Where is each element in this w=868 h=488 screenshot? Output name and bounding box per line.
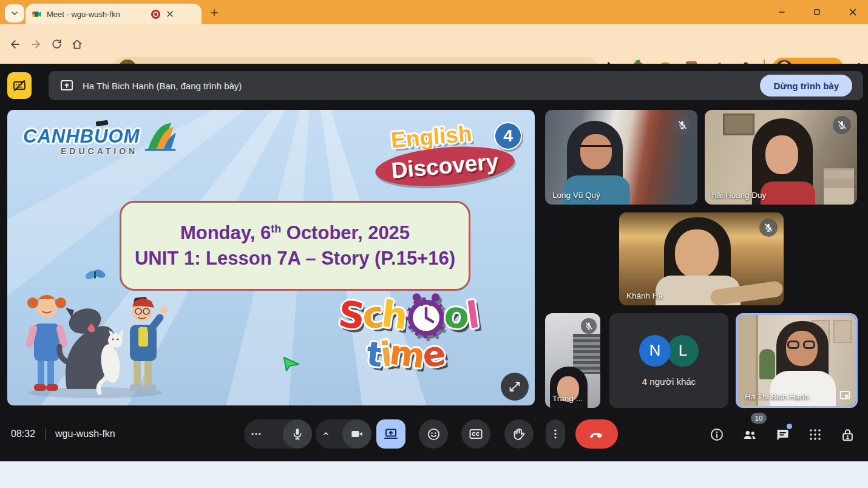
meeting-code: wgu-wush-fkn [55, 429, 115, 439]
expand-presentation-button[interactable] [501, 373, 529, 401]
raise-hand-button[interactable] [504, 419, 534, 449]
english-discovery-logo: English Discovery 4 [371, 121, 526, 197]
brand-subtitle: EDUCATION [61, 146, 140, 156]
sail-icon [143, 122, 177, 154]
participant-tile-trang[interactable]: Trang ... [545, 313, 600, 408]
camera-options-button[interactable] [316, 419, 336, 449]
participant-tile-khanh-ha[interactable]: Khánh Hà [619, 212, 784, 305]
browser-tab-meet[interactable]: Meet - wgu-wush-fkn [25, 4, 202, 24]
new-tab-button[interactable] [209, 7, 220, 18]
meet-favicon-icon [32, 9, 42, 19]
glasses [787, 341, 799, 349]
browser-tab-strip: Meet - wgu-wush-fkn [0, 0, 868, 24]
reload-button[interactable] [46, 34, 67, 55]
activities-icon[interactable] [807, 427, 823, 442]
participant-tile-long-vu-quy[interactable]: Long Vũ Quý [545, 110, 697, 205]
avatar-initial-n: N [639, 335, 671, 367]
camera-control-group [316, 419, 371, 449]
divider [45, 429, 46, 439]
present-screen-button[interactable] [376, 419, 405, 449]
participant-tile-self-ha-thi-bich-hanh[interactable]: Ha Thi Bich Hanh [736, 313, 858, 408]
more-options-button[interactable] [546, 419, 565, 449]
tab-title: Meet - wgu-wush-fkn [47, 10, 149, 19]
meeting-info-left: 08:32 wgu-wush-fkn [11, 429, 115, 439]
picture-in-picture-icon[interactable] [839, 389, 851, 401]
participant-name: Trang ... [552, 394, 583, 403]
participant-name: hải Hoàng Duy [712, 191, 766, 200]
participant-tile-hai-hoang-duy[interactable]: hải Hoàng Duy [705, 110, 857, 205]
chat-notification-dot [787, 424, 792, 429]
presenting-icon [59, 78, 74, 93]
back-button[interactable] [5, 34, 25, 55]
participant-name: Khánh Hà [626, 291, 663, 300]
reactions-button[interactable] [419, 419, 448, 449]
presentation-tile[interactable]: CANHBUOM EDUCATION English Discovery 4 [7, 110, 535, 405]
windows-taskbar: 4 Những ngày mư... 26°C C [0, 461, 868, 488]
series-level-badge: 4 [494, 122, 522, 150]
lesson-unit-line: UNIT 1: Lesson 7A – Story (P.15+16) [135, 248, 455, 269]
tab-recording-indicator-icon [151, 10, 160, 19]
picture-frame [833, 320, 852, 343]
mic-muted-icon [759, 219, 778, 237]
end-call-button[interactable] [575, 419, 618, 449]
mic-muted-icon [581, 318, 597, 334]
home-button[interactable] [67, 34, 87, 55]
meet-stage: Ha Thi Bich Hanh (Bạn, đang trình bày) D… [0, 64, 868, 461]
host-controls-lock-icon[interactable] [839, 427, 855, 442]
window-close-button[interactable] [847, 7, 858, 18]
presenting-text: Ha Thi Bich Hanh (Bạn, đang trình bày) [83, 81, 242, 91]
mic-muted-icon [673, 116, 691, 134]
presenter-cursor-icon [282, 354, 301, 373]
participant-name: Long Vũ Quý [552, 191, 600, 200]
stop-presenting-button[interactable]: Dừng trình bày [760, 75, 852, 97]
participants-icon[interactable] [742, 427, 758, 442]
browser-toolbar: meet.google.com/wgu-wush-fkn [0, 24, 868, 64]
drawer-unit [824, 168, 854, 205]
picture-frame [723, 114, 754, 135]
mic-control-group [244, 419, 312, 449]
tab-close-button[interactable] [165, 9, 175, 19]
meeting-info-icon[interactable] [709, 427, 725, 442]
avatar-initial-l: L [667, 335, 699, 367]
window-maximize-button[interactable] [812, 7, 822, 17]
lesson-date-line: Monday, 6th October, 2025 [180, 222, 410, 244]
forward-button[interactable] [25, 34, 46, 55]
series-title-bottom: Discovery [390, 149, 500, 183]
meeting-clock: 08:32 [11, 429, 35, 439]
canhbuom-logo: CANHBUOM EDUCATION [23, 126, 177, 156]
blouse [770, 371, 836, 408]
presenting-banner: Ha Thi Bich Hanh (Bạn, đang trình bày) D… [49, 71, 863, 100]
more-participants-tile[interactable]: N L 4 người khác [609, 313, 728, 408]
camera-button[interactable] [342, 419, 371, 449]
plant [759, 349, 775, 379]
mic-options-button[interactable] [244, 419, 268, 449]
desktop-screen: Meet - wgu-wush-fkn meet.google.com/wgu-… [0, 0, 868, 488]
participant-name: Ha Thi Bich Hanh [745, 392, 809, 401]
keyboard-muted-warning-icon[interactable] [7, 72, 32, 99]
mic-button[interactable] [283, 419, 312, 449]
glasses [580, 145, 612, 151]
cartoon-characters-illustration [13, 265, 176, 401]
more-participants-label: 4 người khác [642, 376, 696, 387]
tab-search-button[interactable] [5, 4, 24, 22]
alarm-clock-icon [404, 292, 448, 338]
captions-button[interactable] [461, 419, 490, 449]
brand-name: CANHBUOM [23, 126, 140, 147]
mic-muted-icon [833, 116, 851, 134]
chat-icon[interactable] [775, 427, 790, 442]
participant-count-badge: 10 [751, 413, 767, 424]
chevron-down-icon [12, 12, 17, 15]
window-minimize-button[interactable] [777, 7, 787, 17]
